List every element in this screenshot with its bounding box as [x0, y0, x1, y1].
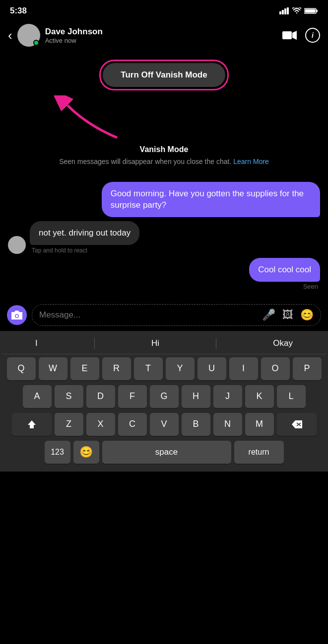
- key-k[interactable]: K: [245, 385, 274, 408]
- svg-rect-7: [282, 31, 292, 39]
- svg-rect-5: [317, 10, 318, 12]
- vanish-mode-title: Vanish Mode: [28, 145, 300, 154]
- key-y[interactable]: Y: [166, 357, 195, 380]
- key-q[interactable]: Q: [7, 357, 36, 380]
- key-v[interactable]: V: [150, 413, 179, 436]
- tap-hold-hint: Tap and hold to react: [32, 247, 139, 254]
- battery-icon: [304, 7, 318, 14]
- suggestion-i[interactable]: I: [25, 338, 48, 348]
- key-u[interactable]: U: [197, 357, 226, 380]
- message-input-wrapper[interactable]: 🎤 🖼 😊: [32, 304, 321, 326]
- message-row: Good morning. Have you gotten the suppli…: [8, 182, 320, 218]
- key-l[interactable]: L: [277, 385, 306, 408]
- wifi-icon: [292, 7, 301, 14]
- shift-key[interactable]: [12, 413, 52, 436]
- key-p[interactable]: P: [293, 357, 322, 380]
- suggestions-row: I Hi Okay: [2, 335, 326, 354]
- key-t[interactable]: T: [134, 357, 163, 380]
- shift-icon: [27, 420, 36, 429]
- video-call-icon[interactable]: [282, 30, 297, 41]
- outgoing-bubble[interactable]: Cool cool cool: [249, 258, 320, 282]
- key-x[interactable]: X: [86, 413, 115, 436]
- key-b[interactable]: B: [182, 413, 210, 436]
- signal-icon: [279, 7, 289, 14]
- vanish-button-highlight: Turn Off Vanish Mode: [99, 60, 228, 90]
- input-bar: 🎤 🖼 😊: [0, 299, 328, 331]
- svg-rect-3: [287, 7, 289, 14]
- camera-button[interactable]: [7, 305, 27, 325]
- key-row-2: A S D F G H J K L: [4, 385, 324, 408]
- online-indicator: [33, 40, 39, 46]
- contact-info: Dave Johnson Active now: [45, 27, 282, 44]
- num-key[interactable]: 123: [45, 441, 70, 464]
- key-z[interactable]: Z: [55, 413, 83, 436]
- suggestion-okay[interactable]: Okay: [263, 338, 303, 348]
- header: ‹ Dave Johnson Active now i: [0, 20, 328, 53]
- message-input[interactable]: [39, 310, 262, 320]
- key-d[interactable]: D: [86, 385, 115, 408]
- key-e[interactable]: E: [70, 357, 99, 380]
- back-button[interactable]: ‹: [8, 28, 12, 43]
- outgoing-bubble[interactable]: Good morning. Have you gotten the suppli…: [102, 182, 320, 218]
- key-c[interactable]: C: [118, 413, 147, 436]
- svg-rect-0: [279, 11, 281, 14]
- svg-marker-12: [28, 420, 36, 428]
- svg-rect-6: [305, 9, 316, 13]
- key-row-1: Q W E R T Y U I O P: [4, 357, 324, 380]
- key-row-4: 123 😊 space return: [4, 441, 324, 464]
- delete-icon: [291, 420, 302, 428]
- key-g[interactable]: G: [150, 385, 179, 408]
- info-icon[interactable]: i: [305, 28, 320, 43]
- divider: [216, 338, 216, 349]
- message-bubble-wrap: not yet. driving out today Tap and hold …: [30, 221, 139, 254]
- svg-rect-1: [282, 10, 284, 14]
- input-action-icons: 🎤 🖼 😊: [262, 309, 314, 322]
- header-actions: i: [282, 28, 320, 43]
- vanish-mode-description: Seen messages will disappear when you cl…: [28, 157, 300, 167]
- return-key[interactable]: return: [234, 441, 284, 464]
- turn-off-vanish-button[interactable]: Turn Off Vanish Mode: [103, 63, 225, 87]
- mic-icon[interactable]: 🎤: [262, 309, 275, 322]
- sticker-icon[interactable]: 😊: [300, 309, 314, 322]
- avatar-container[interactable]: [17, 24, 40, 47]
- photo-icon[interactable]: 🖼: [282, 309, 293, 322]
- key-f[interactable]: F: [118, 385, 147, 408]
- key-a[interactable]: A: [23, 385, 52, 408]
- key-h[interactable]: H: [182, 385, 210, 408]
- emoji-key[interactable]: 😊: [73, 441, 99, 464]
- svg-marker-8: [292, 31, 297, 40]
- svg-point-11: [16, 315, 18, 317]
- message-row: not yet. driving out today Tap and hold …: [8, 221, 320, 254]
- status-time: 5:38: [10, 6, 27, 16]
- divider: [94, 338, 95, 349]
- message-row: Cool cool cool Seen: [8, 258, 320, 290]
- arrow-annotation: [8, 95, 320, 140]
- status-bar: 5:38: [0, 0, 328, 20]
- delete-key[interactable]: [277, 413, 317, 436]
- key-i[interactable]: I: [229, 357, 258, 380]
- key-s[interactable]: S: [55, 385, 83, 408]
- incoming-avatar: [8, 236, 26, 254]
- chat-area: Turn Off Vanish Mode Vanish Mode Seen me…: [0, 60, 328, 299]
- keyboard: I Hi Okay Q W E R T Y U I O P A S D F G …: [0, 331, 328, 472]
- seen-label: Seen: [249, 283, 320, 290]
- vanish-info: Vanish Mode Seen messages will disappear…: [8, 145, 320, 177]
- camera-icon: [11, 311, 22, 320]
- key-r[interactable]: R: [102, 357, 131, 380]
- keys-area: Q W E R T Y U I O P A S D F G H J K L: [2, 354, 326, 472]
- contact-status: Active now: [45, 37, 282, 44]
- suggestion-hi[interactable]: Hi: [141, 338, 169, 348]
- key-o[interactable]: O: [261, 357, 290, 380]
- key-m[interactable]: M: [245, 413, 274, 436]
- message-bubble-wrap: Cool cool cool Seen: [249, 258, 320, 290]
- svg-rect-2: [284, 8, 286, 14]
- key-n[interactable]: N: [213, 413, 242, 436]
- contact-name: Dave Johnson: [45, 27, 282, 37]
- key-j[interactable]: J: [213, 385, 242, 408]
- incoming-bubble[interactable]: not yet. driving out today: [30, 221, 139, 245]
- messages-container: Good morning. Have you gotten the suppli…: [8, 177, 320, 299]
- space-key[interactable]: space: [102, 441, 231, 464]
- learn-more-link[interactable]: Learn More: [233, 158, 269, 165]
- key-w[interactable]: W: [39, 357, 67, 380]
- message-bubble-wrap: Good morning. Have you gotten the suppli…: [102, 182, 320, 218]
